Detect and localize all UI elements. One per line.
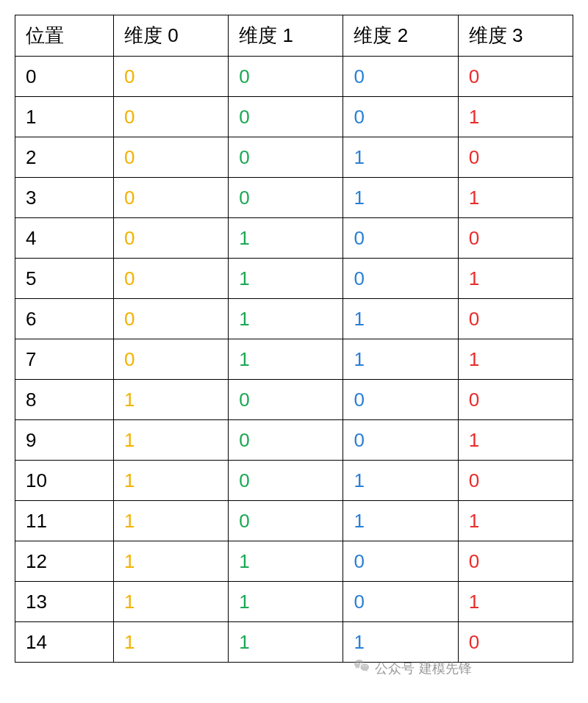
cell-dim0: 0 [113,339,228,380]
header-dim0: 维度 0 [113,15,228,57]
table-row: 20010 [15,137,573,178]
header-dim1: 维度 1 [229,15,343,57]
cell-dim3: 0 [458,137,573,178]
cell-dim2: 0 [343,97,458,137]
cell-position: 2 [15,137,114,178]
table-row: 101010 [15,461,573,501]
cell-dim0: 0 [113,137,228,178]
cell-dim1: 0 [229,501,343,541]
cell-dim2: 0 [343,541,458,582]
cell-dim0: 1 [113,622,228,663]
cell-position: 7 [15,339,114,380]
cell-dim3: 1 [458,582,573,622]
cell-position: 4 [15,218,114,259]
table-row: 91001 [15,420,573,461]
table-row: 00000 [15,57,573,97]
cell-dim1: 0 [229,137,343,178]
cell-dim1: 1 [229,622,343,663]
cell-dim3: 0 [458,299,573,339]
cell-dim3: 0 [458,218,573,259]
cell-dim2: 1 [343,339,458,380]
cell-dim0: 0 [113,97,228,137]
table-row: 141110 [15,622,573,663]
table-row: 131101 [15,582,573,622]
cell-dim1: 1 [229,541,343,582]
cell-dim0: 0 [113,178,228,218]
cell-dim2: 1 [343,299,458,339]
cell-dim2: 1 [343,622,458,663]
cell-dim1: 1 [229,299,343,339]
cell-dim2: 0 [343,218,458,259]
cell-dim3: 1 [458,339,573,380]
table-row: 10001 [15,97,573,137]
cell-dim3: 0 [458,57,573,97]
cell-position: 9 [15,420,114,461]
cell-position: 5 [15,259,114,299]
cell-dim1: 1 [229,259,343,299]
cell-dim2: 1 [343,137,458,178]
cell-dim3: 1 [458,420,573,461]
cell-dim1: 0 [229,57,343,97]
cell-dim2: 0 [343,380,458,420]
cell-dim2: 1 [343,501,458,541]
table-row: 50101 [15,259,573,299]
cell-dim0: 1 [113,541,228,582]
cell-dim2: 1 [343,461,458,501]
cell-dim0: 0 [113,57,228,97]
table-header-row: 位置 维度 0 维度 1 维度 2 维度 3 [15,15,573,57]
cell-position: 11 [15,501,114,541]
cell-dim0: 1 [113,582,228,622]
table-row: 70111 [15,339,573,380]
cell-position: 3 [15,178,114,218]
cell-dim2: 0 [343,259,458,299]
cell-position: 10 [15,461,114,501]
table-row: 111011 [15,501,573,541]
table-row: 30011 [15,178,573,218]
cell-dim1: 0 [229,461,343,501]
cell-dim1: 1 [229,339,343,380]
cell-dim3: 1 [458,259,573,299]
binary-encoding-table: 位置 维度 0 维度 1 维度 2 维度 3 00000100012001030… [15,15,573,663]
cell-dim0: 0 [113,218,228,259]
cell-dim1: 0 [229,178,343,218]
cell-dim2: 1 [343,178,458,218]
cell-dim2: 0 [343,57,458,97]
cell-dim2: 0 [343,420,458,461]
cell-dim1: 0 [229,420,343,461]
table-row: 81000 [15,380,573,420]
cell-dim0: 0 [113,299,228,339]
header-dim3: 维度 3 [458,15,573,57]
cell-dim1: 0 [229,97,343,137]
cell-position: 12 [15,541,114,582]
cell-position: 8 [15,380,114,420]
cell-dim0: 1 [113,380,228,420]
table-row: 40100 [15,218,573,259]
cell-position: 13 [15,582,114,622]
cell-dim1: 1 [229,582,343,622]
cell-position: 0 [15,57,114,97]
cell-dim0: 1 [113,420,228,461]
cell-dim3: 0 [458,622,573,663]
table-row: 60110 [15,299,573,339]
header-dim2: 维度 2 [343,15,458,57]
cell-dim2: 0 [343,582,458,622]
cell-dim1: 0 [229,380,343,420]
cell-dim3: 1 [458,501,573,541]
cell-dim3: 1 [458,97,573,137]
header-position: 位置 [15,15,114,57]
cell-dim0: 1 [113,461,228,501]
cell-position: 6 [15,299,114,339]
cell-position: 14 [15,622,114,663]
cell-position: 1 [15,97,114,137]
cell-dim1: 1 [229,218,343,259]
cell-dim0: 0 [113,259,228,299]
cell-dim0: 1 [113,501,228,541]
cell-dim3: 0 [458,541,573,582]
table-row: 121100 [15,541,573,582]
cell-dim3: 1 [458,178,573,218]
cell-dim3: 0 [458,461,573,501]
cell-dim3: 0 [458,380,573,420]
